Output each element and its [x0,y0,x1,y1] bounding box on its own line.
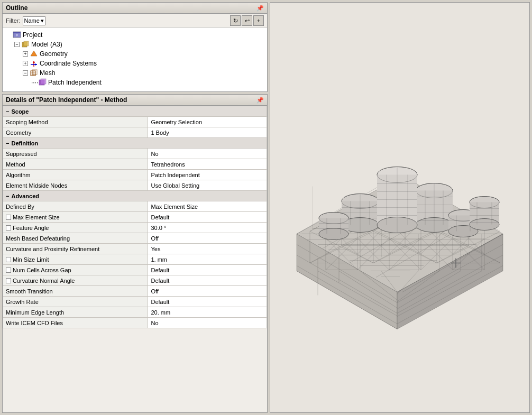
feature-angle-checkbox[interactable] [6,225,11,230]
pin-icon[interactable]: 📌 [256,5,264,12]
label-smooth-transition: Smooth Transition [3,286,148,297]
coord-expand-btn[interactable]: + [23,61,28,66]
mesh-svg [270,3,529,412]
row-feature-angle: Feature Angle 30.0 ° [3,223,267,233]
label-num-cells: Num Cells Across Gap [3,265,148,275]
tree-item-mesh-label: Mesh [40,69,55,77]
row-max-element-size: Max Element Size Default [3,212,267,223]
label-min-size-limit: Min Size Limit [3,254,148,265]
model-icon [21,40,30,49]
details-title: Details of "Patch Independent" - Method [6,96,127,104]
label-write-icem: Write ICEM CFD Files [3,318,148,328]
value-max-element-size: Default [148,212,267,223]
label-growth-rate: Growth Rate [3,297,148,307]
mesh-expand-btn[interactable]: − [23,70,28,76]
label-defined-by: Defined By [3,201,148,212]
row-curvature-proximity: Curvature and Proximity Refinement Yes [3,244,267,254]
row-element-midside: Element Midside Nodes Use Global Setting [3,180,267,191]
value-write-icem: No [148,318,267,328]
svg-text:P: P [16,34,18,37]
label-max-element-size: Max Element Size [3,212,148,223]
patch-spacer: ···· [31,78,36,87]
min-size-limit-checkbox[interactable] [6,257,11,262]
value-min-size-limit: 1. mm [148,254,267,265]
svg-rect-15 [32,70,37,75]
curvature-normal-checkbox[interactable] [6,278,11,283]
tree-item-patch-label: Patch Independent [48,78,102,87]
advanced-toggle[interactable]: − Advanced [6,193,39,199]
value-feature-angle: 30.0 ° [148,223,267,233]
details-table: − Scope Scoping Method Geometry Selectio… [3,106,267,328]
tree-item-mesh[interactable]: − Mesh [6,68,264,78]
row-geometry: Geometry 1 Body [3,127,267,138]
filter-select[interactable]: Name ▾ [23,16,45,25]
max-element-size-label: Max Element Size [13,214,60,220]
value-mesh-defeaturing: Off [148,233,267,244]
value-geometry: 1 Body [148,127,267,138]
project-icon: P [13,31,21,39]
feature-angle-label: Feature Angle [13,225,49,231]
outline-title: Outline [6,4,27,12]
definition-label: Definition [11,140,38,146]
label-curvature-proximity: Curvature and Proximity Refinement [3,244,148,254]
filter-label: Filter: [6,17,21,24]
outline-header: Outline 📌 [3,3,267,14]
mesh-icon [30,69,38,77]
filter-value: Name [24,17,40,24]
value-num-cells: Default [148,265,267,275]
row-suppressed: Suppressed No [3,149,267,159]
section-definition: − Definition [3,138,267,149]
label-suppressed: Suppressed [3,149,148,159]
tree-item-patch[interactable]: ···· Patch Independent [6,78,264,87]
value-suppressed: No [148,149,267,159]
outline-toolbar: ↻ ↩ + [230,15,264,26]
value-algorithm: Patch Independent [148,170,267,180]
tree-item-project-label: Project [23,31,42,39]
geometry-expand-btn[interactable]: + [23,51,28,57]
advanced-collapse-icon: − [6,193,9,199]
filter-bar: Filter: Name ▾ ↻ ↩ + [3,14,267,28]
value-scoping-method: Geometry Selection [148,117,267,127]
patch-icon [38,78,47,87]
definition-toggle[interactable]: − Definition [6,140,38,146]
svg-marker-9 [35,63,37,66]
svg-rect-10 [31,71,35,76]
label-mesh-defeaturing: Mesh Based Defeaturing [3,233,148,244]
num-cells-label: Num Cells Across Gap [13,267,71,273]
max-element-size-checkbox[interactable] [6,215,11,220]
num-cells-checkbox[interactable] [6,268,11,273]
row-growth-rate: Growth Rate Default [3,297,267,307]
tree-item-coord[interactable]: + Coordinate Systems [6,59,264,68]
tree-item-model[interactable]: − Model (A3) [6,40,264,49]
coord-icon [30,59,38,68]
row-write-icem: Write ICEM CFD Files No [3,318,267,328]
row-min-size-limit: Min Size Limit 1. mm [3,254,267,265]
tree-item-project[interactable]: P Project [6,30,264,40]
row-num-cells: Num Cells Across Gap Default [3,265,267,275]
min-size-limit-label: Min Size Limit [13,256,49,263]
refresh-button[interactable]: ↻ [230,15,241,26]
details-pin-icon[interactable]: 📌 [256,97,264,104]
row-defined-by: Defined By Max Element Size [3,201,267,212]
curvature-normal-label: Curvature Normal Angle [13,278,75,284]
label-method: Method [3,159,148,170]
label-geometry: Geometry [3,127,148,138]
add-button[interactable]: + [253,15,264,26]
details-panel: Details of "Patch Independent" - Method … [2,94,268,413]
value-curvature-proximity: Yes [148,244,267,254]
tree-item-geometry[interactable]: + Geometry [6,49,264,59]
undo-button[interactable]: ↩ [242,15,252,26]
value-element-midside: Use Global Setting [148,180,267,191]
svg-rect-1 [13,32,21,33]
label-feature-angle: Feature Angle [3,223,148,233]
tree-content: P Project − Model (A3) + [3,28,267,91]
3d-viewport[interactable] [270,2,530,413]
section-advanced: − Advanced [3,191,267,201]
value-method: Tetrahedrons [148,159,267,170]
svg-marker-8 [33,61,35,63]
value-curvature-normal: Default [148,275,267,286]
scope-toggle[interactable]: − Scope [6,108,29,115]
model-expand-btn[interactable]: − [14,42,20,47]
label-min-edge-length: Minimum Edge Length [3,307,148,318]
definition-collapse-icon: − [6,140,9,146]
